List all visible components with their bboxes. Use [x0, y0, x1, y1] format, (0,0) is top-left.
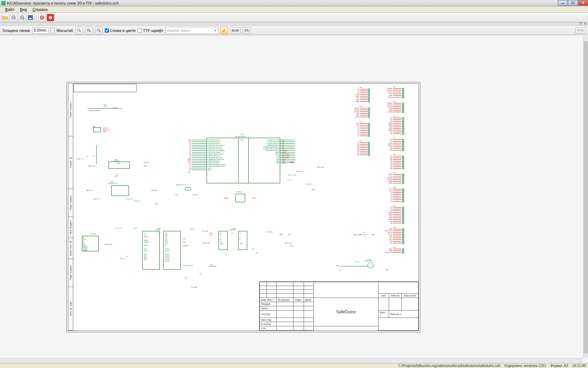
- scale-label: Масштаб: [57, 28, 73, 33]
- schematic-body: VD1 SS14 VCCIN POWER_IN/VBUS XP9 VCCIN M…: [74, 84, 418, 330]
- app-icon: [1, 1, 6, 5]
- line-width-input[interactable]: [32, 27, 48, 34]
- zoom-actual-button[interactable]: [75, 27, 83, 34]
- close-button[interactable]: [578, 0, 588, 6]
- font-combo[interactable]: DejaVu Sans: [166, 27, 218, 34]
- svg-line-24: [99, 30, 100, 32]
- subwindow-restore-icon[interactable]: ❐: [578, 22, 582, 26]
- zoom-out-button[interactable]: [95, 27, 103, 34]
- main-toolbar: [0, 13, 588, 22]
- svg-line-17: [79, 30, 81, 32]
- menu-file[interactable]: Файл: [2, 7, 17, 12]
- highlight-button[interactable]: [220, 27, 228, 34]
- menu-view[interactable]: Вид: [17, 7, 30, 12]
- svg-point-8: [23, 18, 24, 20]
- schematic-page: Перв. применСправ. №Подп. и датаИнв.№ ду…: [67, 82, 420, 332]
- toolbar-separator: [36, 14, 36, 21]
- minimize-button[interactable]: [558, 0, 568, 6]
- svg-rect-5: [13, 15, 15, 17]
- subwindow-close-icon[interactable]: ✕: [583, 22, 587, 26]
- options-toolbar: Толщина линии Масштаб Схема в цвете TTF …: [0, 26, 588, 35]
- subwindow-header: ❐ ✕: [0, 22, 588, 26]
- color-scheme-checkbox[interactable]: Схема в цвете: [105, 28, 136, 33]
- scrollbar-horizontal[interactable]: [0, 358, 583, 363]
- zoom-fit-button[interactable]: [38, 14, 46, 21]
- maximize-button[interactable]: [568, 0, 578, 6]
- ps-button[interactable]: PS: [243, 27, 250, 34]
- scrollbar-vertical[interactable]: [583, 36, 588, 358]
- title-block: Лит. Масса Масштаб Изм Лист№ докум.Подп.…: [259, 281, 418, 330]
- status-format: Формат A3: [551, 364, 568, 368]
- line-width-spinner[interactable]: [50, 27, 55, 34]
- canvas[interactable]: Перв. применСправ. №Подп. и датаИнв.№ ду…: [0, 36, 588, 363]
- zoom-in-button[interactable]: [85, 27, 93, 34]
- print-preview-button[interactable]: [10, 14, 18, 21]
- svg-point-25: [368, 263, 373, 268]
- status-path: C:/Projects/bitbucket.org/safeduino/kica…: [398, 364, 500, 368]
- svg-rect-4: [12, 17, 15, 19]
- status-encoding: Кодировка: windows-1251: [505, 364, 546, 368]
- print-setup-button[interactable]: [18, 14, 26, 21]
- open-button[interactable]: [1, 14, 9, 21]
- svg-line-21: [89, 30, 90, 32]
- menu-bar: Файл Вид Справка: [0, 6, 588, 13]
- line-width-label: Толщина линии: [2, 28, 30, 33]
- save-button[interactable]: [27, 14, 34, 21]
- status-bar: C:/Projects/bitbucket.org/safeduino/kica…: [0, 363, 588, 368]
- stop-button[interactable]: [47, 14, 54, 21]
- svg-rect-1: [572, 2, 574, 4]
- status-time: 19:21:45: [572, 364, 586, 368]
- bom-button[interactable]: BOM: [230, 27, 241, 34]
- window-title: KiCADservice: просмотр и печать схем Э3 …: [7, 1, 119, 5]
- svg-point-16: [77, 28, 79, 31]
- svg-rect-15: [50, 16, 51, 19]
- svg-rect-7: [21, 15, 23, 17]
- ttf-checkbox[interactable]: TTF шрифт: [138, 28, 163, 33]
- doc-button[interactable]: DOC: [575, 27, 586, 34]
- svg-rect-10: [29, 18, 32, 19]
- menu-help[interactable]: Справка: [30, 7, 50, 12]
